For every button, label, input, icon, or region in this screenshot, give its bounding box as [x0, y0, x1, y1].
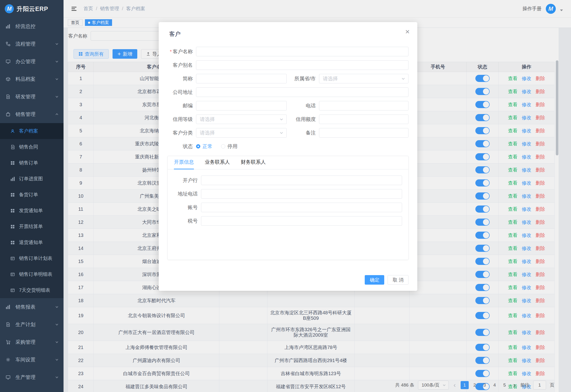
chevron-down-icon: [279, 131, 284, 135]
radio-label: 停用: [227, 143, 238, 150]
tab-finance-contact[interactable]: 财务联系人: [241, 159, 266, 169]
radio-label: 正常: [202, 143, 212, 150]
tax-no-field-label: 税号: [168, 216, 198, 226]
radio-unselected-icon: [221, 144, 225, 149]
cancel-button[interactable]: 取 消: [388, 275, 408, 285]
phone-field[interactable]: [319, 101, 408, 111]
alias-field[interactable]: [196, 60, 408, 70]
account-field-label: 账号: [168, 203, 198, 212]
radio-selected-icon: [196, 144, 200, 149]
remark-field[interactable]: [319, 128, 408, 138]
customer-form: *客户名称 客户别名 简称 所属省/市 请选择 公司地址 邮编 电话: [159, 38, 417, 151]
company-address-field-label: 公司地址: [167, 87, 193, 97]
credit-level-field-label: 信用等级: [167, 114, 193, 124]
credit-level-select[interactable]: 请选择: [196, 114, 287, 124]
status-radio-disabled[interactable]: 停用: [221, 141, 238, 151]
dialog-title: 客户: [159, 22, 417, 38]
short-name-field[interactable]: [196, 74, 287, 84]
bank-address-field-label: 地址电话: [168, 189, 198, 199]
customer-name-field-label: *客户名称: [167, 47, 193, 56]
short-name-field-label: 简称: [167, 74, 193, 84]
bank-address-field[interactable]: [201, 189, 402, 199]
tax-no-field[interactable]: [201, 216, 402, 226]
phone-field-label: 电话: [287, 101, 316, 111]
status-field-label: 状态: [167, 141, 193, 151]
chevron-down-icon: [401, 76, 406, 81]
credit-limit-field[interactable]: [319, 114, 408, 124]
province-placeholder: 请选择: [323, 75, 338, 82]
required-mark: *: [170, 49, 172, 54]
status-radio-normal[interactable]: 正常: [196, 141, 212, 151]
alias-field-label: 客户别名: [167, 60, 193, 70]
chevron-down-icon: [279, 117, 284, 121]
category-field-label: 客户分类: [167, 128, 193, 138]
credit-level-placeholder: 请选择: [200, 116, 215, 123]
close-icon[interactable]: ×: [405, 28, 410, 35]
dialog-footer: 确定 取 消: [365, 275, 408, 285]
province-select[interactable]: 请选择: [319, 74, 408, 84]
contact-panel: 开票信息 业务联系人 财务联系人 开户行 地址电话 账号 税号: [167, 156, 408, 260]
remark-field-label: 备注: [287, 128, 316, 138]
bank-field-label: 开户行: [168, 176, 198, 185]
category-placeholder: 请选择: [200, 129, 215, 136]
customer-name-field[interactable]: [196, 47, 408, 56]
company-address-field[interactable]: [196, 87, 408, 97]
zip-field-label: 邮编: [167, 101, 193, 111]
invoice-form: 开户行 地址电话 账号 税号: [168, 169, 408, 226]
customer-dialog: 客户 × *客户名称 客户别名 简称 所属省/市 请选择 公司地址 邮编 电话: [159, 22, 417, 291]
category-select[interactable]: 请选择: [196, 128, 287, 138]
zip-field[interactable]: [196, 101, 287, 111]
contact-tabs: 开票信息 业务联系人 财务联系人: [168, 156, 408, 169]
tab-business-contact[interactable]: 业务联系人: [205, 159, 230, 169]
bank-field[interactable]: [201, 176, 402, 185]
confirm-button[interactable]: 确定: [365, 275, 384, 285]
tab-invoice-info[interactable]: 开票信息: [174, 159, 194, 169]
account-field[interactable]: [201, 203, 402, 212]
credit-limit-field-label: 信用额度: [287, 114, 316, 124]
province-field-label: 所属省/市: [287, 74, 316, 84]
